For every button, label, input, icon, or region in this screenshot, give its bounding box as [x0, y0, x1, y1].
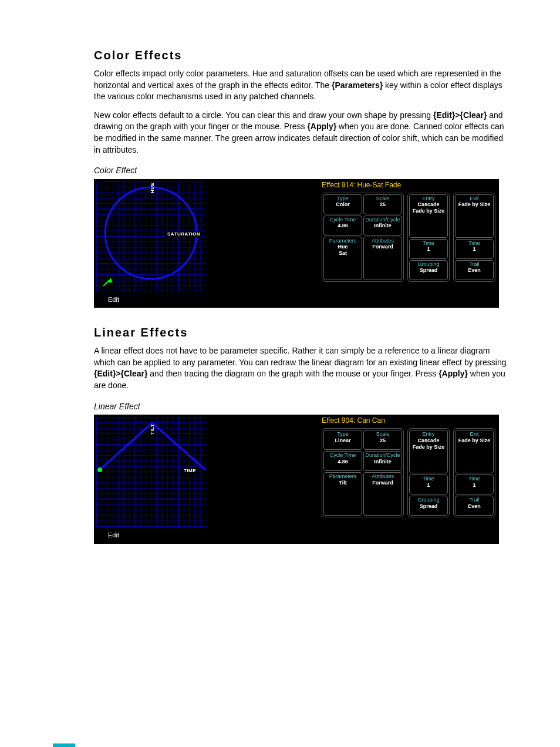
cell-label: Parameters — [325, 473, 360, 480]
color-effects-p2: New color effects default to a circle. Y… — [94, 110, 507, 156]
linear-effects-p1: A linear effect does not have to be para… — [94, 345, 507, 391]
entry-cell[interactable]: Entry Cascade Fade by Size — [409, 430, 448, 473]
apply-key: {Apply} — [438, 369, 468, 378]
linear-graph[interactable]: TILT TIME — [96, 417, 205, 527]
color-effect-panel: HUE SATURATION Effect 914: Hue-Sat Fade … — [94, 179, 499, 308]
cell-label: Scale — [365, 196, 400, 202]
cell-label: Time — [457, 476, 492, 482]
cell-label: Type — [325, 431, 360, 438]
color-effect-caption: Color Effect — [94, 165, 507, 177]
linear-effects-heading: Linear Effects — [94, 324, 507, 341]
cell-value: Forward — [365, 480, 400, 486]
type-cell[interactable]: Type Linear — [323, 430, 362, 450]
cell-value: 25 — [365, 201, 400, 208]
time-axis-label: TIME — [183, 467, 197, 474]
svg-line-1 — [103, 280, 109, 286]
cell-label: Trail — [457, 497, 492, 503]
cell-value: Linear — [325, 438, 360, 444]
scale-cell[interactable]: Scale 25 — [363, 430, 402, 450]
grouping-cell[interactable]: Grouping Spread — [409, 496, 448, 516]
linear-effect-caption: Linear Effect — [94, 401, 507, 413]
color-graph[interactable]: HUE SATURATION — [96, 181, 205, 292]
edit-button[interactable]: Edit — [94, 292, 499, 308]
cell-label: Exit — [457, 431, 492, 438]
cell-value: Fade by Size — [411, 208, 446, 214]
time-cell-2[interactable]: Time 1 — [455, 475, 494, 494]
cycle-time-cell[interactable]: Cycle Time 4.86 — [323, 451, 362, 471]
cell-value: Fade by Size — [411, 444, 446, 450]
exit-cell[interactable]: Exit Fade by Size — [455, 194, 494, 238]
cell-label: Cycle Time — [325, 217, 360, 223]
duration-cell[interactable]: Duration/Cycle Infinite — [363, 451, 402, 471]
attributes-cell[interactable]: Attributes Forward — [363, 237, 402, 280]
chapter-badge: 19 — [53, 743, 75, 748]
cell-value: Infinite — [365, 223, 400, 229]
cell-value: Forward — [365, 244, 400, 250]
color-effects-heading: Color Effects — [94, 47, 507, 63]
cell-label: Parameters — [325, 238, 360, 244]
text: New color effects default to a circle. Y… — [94, 110, 433, 120]
cell-value: Infinite — [365, 459, 400, 465]
cell-value: 4.86 — [325, 223, 360, 229]
attributes-cell[interactable]: Attributes Forward — [363, 472, 402, 516]
cell-label: Duration/Cycle — [365, 452, 400, 459]
cell-label: Grouping — [411, 497, 446, 503]
parameters-key: {Parameters} — [332, 80, 383, 90]
cell-label: Grouping — [411, 261, 446, 268]
text: A linear effect does not have to be para… — [94, 346, 507, 367]
parameters-cell[interactable]: Parameters Hue Sat — [323, 237, 362, 280]
page-footer: 19 Creating and Using Effects 251 — [53, 743, 507, 748]
exit-cell[interactable]: Exit Fade by Size — [455, 430, 494, 473]
cell-value: 4.86 — [325, 459, 360, 465]
edit-clear-key: {Edit}>{Clear} — [94, 369, 147, 378]
cell-label: Entry — [411, 431, 446, 438]
cell-value: Spread — [411, 267, 446, 274]
effect-title: Effect 914: Hue-Sat Fade — [322, 180, 495, 193]
edit-button[interactable]: Edit — [94, 527, 499, 543]
parameters-cell[interactable]: Parameters Tilt — [323, 472, 362, 516]
cell-label: Attributes — [365, 238, 400, 244]
time-cell-2[interactable]: Time 1 — [455, 239, 494, 259]
trail-cell[interactable]: Trail Even — [455, 260, 494, 280]
time-cell[interactable]: Time 1 — [409, 475, 448, 494]
cell-label: Time — [457, 240, 492, 247]
cell-label: Type — [325, 196, 360, 202]
cell-value: Sat — [325, 250, 360, 257]
cell-value: Even — [457, 267, 492, 274]
cell-value: 1 — [411, 482, 446, 489]
color-effect-properties: Effect 914: Hue-Sat Fade Type Color Cycl… — [318, 179, 499, 292]
cell-value: 1 — [457, 482, 492, 489]
cell-label: Exit — [457, 196, 492, 202]
cell-label: Duration/Cycle — [365, 217, 400, 223]
cell-value: Cascade — [411, 438, 446, 444]
cell-label: Scale — [365, 431, 400, 438]
edit-clear-key: {Edit}>{Clear} — [433, 110, 487, 120]
cell-label: Cycle Time — [325, 452, 360, 459]
cell-value: Even — [457, 503, 492, 510]
cell-value: 1 — [411, 246, 446, 253]
svg-point-3 — [97, 467, 102, 472]
color-effects-p1: Color effects impact only color paramete… — [94, 68, 507, 103]
tilt-axis-label: TILT — [149, 424, 156, 435]
duration-cell[interactable]: Duration/Cycle Infinite — [363, 216, 402, 235]
linear-effect-panel: TILT TIME Effect 904: Can Can Type Linea… — [94, 415, 499, 543]
cell-value: 1 — [457, 246, 492, 253]
linear-effect-properties: Effect 904: Can Can Type Linear Cycle Ti… — [318, 415, 499, 527]
cell-label: Entry — [411, 196, 446, 202]
cell-value: Hue — [325, 244, 360, 250]
trail-cell[interactable]: Trail Even — [455, 496, 494, 516]
cell-value: Cascade — [411, 201, 446, 208]
cell-value: 25 — [365, 438, 400, 444]
cell-label: Trail — [457, 261, 492, 268]
scale-cell[interactable]: Scale 25 — [363, 194, 402, 214]
type-cell[interactable]: Type Color — [323, 194, 362, 214]
saturation-axis-label: SATURATION — [167, 231, 201, 237]
grouping-cell[interactable]: Grouping Spread — [409, 260, 448, 280]
cell-value: Spread — [411, 503, 446, 510]
cycle-time-cell[interactable]: Cycle Time 4.86 — [323, 216, 362, 235]
hue-axis-label: HUE — [149, 182, 156, 193]
entry-cell[interactable]: Entry Cascade Fade by Size — [409, 194, 448, 238]
cell-label: Attributes — [365, 473, 400, 480]
cell-value: Fade by Size — [457, 438, 492, 444]
time-cell[interactable]: Time 1 — [409, 239, 448, 259]
